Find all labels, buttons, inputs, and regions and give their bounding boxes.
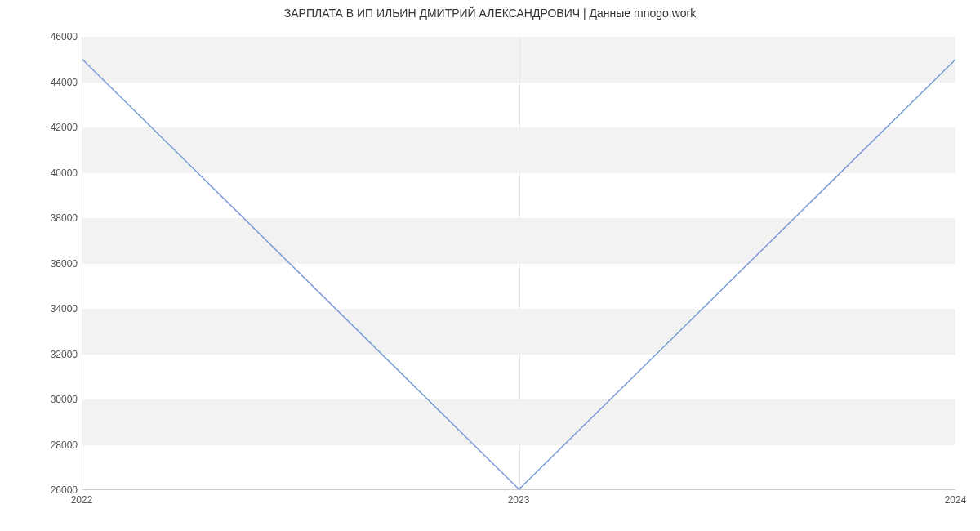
series-line-layer	[82, 37, 956, 489]
y-tick-label: 28000	[0, 440, 78, 451]
y-tick-label: 34000	[0, 303, 78, 315]
y-tick-label: 38000	[0, 212, 78, 224]
y-tick-label: 46000	[0, 31, 78, 42]
y-tick-label: 44000	[0, 77, 78, 88]
y-tick-label: 40000	[0, 167, 78, 179]
y-tick-label: 36000	[0, 258, 78, 270]
y-tick-label: 32000	[0, 349, 78, 360]
plot-area	[82, 37, 956, 490]
y-tick-label: 42000	[0, 122, 78, 133]
series-line	[82, 60, 956, 489]
x-tick-label: 2024	[945, 494, 967, 506]
line-chart: ЗАРПЛАТА В ИП ИЛЬИН ДМИТРИЙ АЛЕКСАНДРОВИ…	[0, 0, 980, 531]
y-tick-label: 30000	[0, 394, 78, 405]
chart-title: ЗАРПЛАТА В ИП ИЛЬИН ДМИТРИЙ АЛЕКСАНДРОВИ…	[0, 7, 980, 20]
y-tick-label: 26000	[0, 484, 78, 496]
x-tick-label: 2023	[508, 494, 530, 506]
x-tick-label: 2022	[71, 494, 93, 506]
